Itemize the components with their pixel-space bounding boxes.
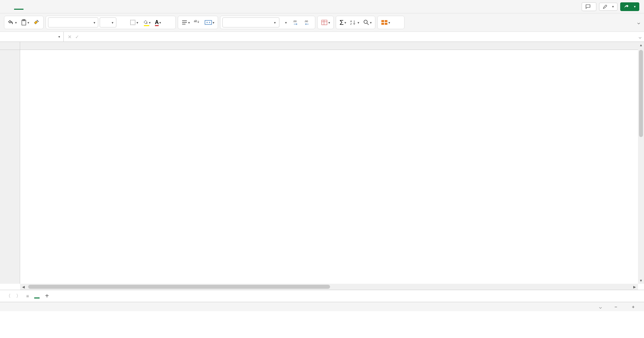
chevron-down-icon: ▾ — [328, 21, 330, 24]
status-menu-icon[interactable]: ⌵ — [599, 304, 602, 310]
align-button[interactable]: ▾ — [180, 17, 191, 27]
formula-bar: ▾ ✕ ✓ ⌵ — [0, 32, 644, 42]
chevron-down-icon: ▾ — [634, 5, 636, 8]
search-icon — [363, 19, 369, 25]
tab-inserir[interactable] — [23, 4, 33, 9]
table-style-icon — [321, 19, 328, 25]
comments-button[interactable] — [582, 2, 596, 11]
tab-exibir[interactable] — [80, 4, 89, 9]
tab-inicio[interactable] — [14, 3, 23, 10]
cells-icon — [381, 20, 388, 25]
chevron-down-icon: ▾ — [28, 21, 29, 24]
svg-rect-4 — [205, 20, 212, 24]
chevron-down-icon: ▾ — [58, 35, 60, 39]
select-all-corner[interactable] — [0, 42, 20, 50]
fill-color-button[interactable]: ▾ — [141, 17, 152, 27]
borders-button[interactable]: ▾ — [128, 17, 140, 27]
insert-cells-button[interactable]: ▾ — [380, 17, 391, 27]
editing-group: Σ▾ AZ ▾ ▾ — [336, 16, 375, 29]
font-name-select[interactable]: ▾ — [48, 17, 98, 27]
svg-rect-2 — [130, 20, 135, 25]
horizontal-scroll-thumb[interactable] — [28, 285, 330, 289]
svg-rect-11 — [381, 20, 384, 22]
zoom-in-button[interactable]: + — [630, 303, 637, 310]
number-group: ▾ ▾ .00 .00 — [220, 16, 315, 29]
pencil-icon — [603, 4, 607, 9]
decrease-decimal-button[interactable]: .00 — [303, 17, 313, 27]
number-format-select[interactable]: ▾ — [222, 17, 279, 27]
undo-clipboard-group: ▾ ▾ — [4, 16, 44, 29]
more-editing-button[interactable] — [393, 17, 402, 27]
formula-input[interactable] — [87, 32, 636, 42]
chevron-down-icon: ▾ — [94, 21, 95, 24]
menu-tabs: ▾ ▾ — [0, 0, 644, 13]
sort-filter-button[interactable]: AZ ▾ — [349, 17, 361, 27]
sheet-next-button[interactable]: 〉 — [16, 293, 21, 299]
zoom-out-button[interactable]: − — [612, 303, 619, 310]
scroll-down-icon[interactable]: ▼ — [638, 279, 644, 282]
vertical-scroll-thumb[interactable] — [639, 50, 643, 137]
horizontal-scrollbar[interactable]: ◀ ▶ — [20, 284, 638, 290]
tab-dados[interactable] — [61, 4, 70, 9]
vertical-scrollbar[interactable]: ▲ ▼ — [638, 42, 644, 284]
tab-compartilhar[interactable] — [33, 4, 42, 9]
tab-ajuda[interactable] — [89, 4, 99, 9]
increase-decimal-button[interactable]: .00 — [291, 17, 302, 27]
accept-formula-icon[interactable]: ✓ — [75, 34, 79, 40]
bold-button[interactable] — [118, 17, 127, 27]
chevron-down-icon: ▾ — [388, 21, 390, 24]
name-box[interactable]: ▾ — [0, 32, 64, 42]
paintbrush-icon — [33, 19, 40, 25]
share-button[interactable]: ▾ — [620, 2, 639, 11]
autosum-button[interactable]: Σ▾ — [338, 17, 347, 27]
column-headers — [20, 42, 638, 50]
svg-rect-14 — [385, 23, 387, 25]
collapse-ribbon-button[interactable]: ⌵ — [637, 20, 640, 25]
more-font-button[interactable] — [164, 17, 173, 27]
tab-revisao[interactable] — [70, 4, 80, 9]
align-icon — [181, 20, 187, 25]
sort-icon: AZ — [350, 19, 357, 25]
tab-layout[interactable] — [42, 4, 52, 9]
conditional-format-button[interactable]: ▾ — [320, 17, 331, 27]
undo-button[interactable]: ▾ — [6, 17, 18, 27]
font-color-a: A — [155, 19, 159, 25]
svg-text:Z: Z — [350, 22, 352, 25]
tab-arquivo[interactable] — [5, 4, 14, 9]
currency-button[interactable]: ▾ — [281, 17, 290, 27]
all-sheets-button[interactable]: ≡ — [26, 293, 29, 299]
sheet-tab-active[interactable] — [34, 293, 40, 298]
scroll-up-icon[interactable]: ▲ — [638, 43, 644, 47]
undo-icon — [8, 19, 14, 26]
font-size-select[interactable]: ▾ — [100, 17, 116, 27]
svg-rect-13 — [381, 23, 384, 25]
sheet-tab-bar: 〈 〉 ≡ + — [0, 290, 644, 302]
find-button[interactable]: ▾ — [362, 17, 373, 27]
chevron-down-icon: ▾ — [15, 21, 17, 24]
comment-icon — [585, 4, 591, 9]
clipboard-icon — [21, 19, 27, 26]
expand-formula-bar-button[interactable]: ⌵ — [636, 34, 644, 40]
wrap-text-button[interactable]: ab — [193, 17, 202, 27]
editing-mode-button[interactable]: ▾ — [599, 3, 618, 11]
svg-rect-7 — [322, 20, 327, 25]
row-headers — [0, 50, 20, 284]
font-color-button[interactable]: A ▾ — [153, 17, 163, 27]
new-sheet-button[interactable]: + — [45, 292, 49, 300]
tab-desenhar[interactable] — [99, 4, 108, 9]
ribbon: ▾ ▾ ▾ ▾ ▾ ▾ A ▾ — [0, 13, 644, 32]
scroll-left-icon[interactable]: ◀ — [22, 284, 25, 290]
chevron-down-icon: ▾ — [358, 21, 359, 24]
increase-decimal-icon: .00 — [293, 19, 300, 25]
tab-formulas[interactable] — [52, 4, 61, 9]
sheet-prev-button[interactable]: 〈 — [6, 293, 11, 299]
chevron-down-icon: ▾ — [159, 21, 161, 24]
paste-button[interactable]: ▾ — [19, 17, 31, 27]
merge-button[interactable]: ▾ — [203, 17, 216, 27]
scroll-right-icon[interactable]: ▶ — [633, 284, 636, 290]
cancel-formula-icon[interactable]: ✕ — [68, 34, 72, 40]
chevron-down-icon: ▾ — [344, 21, 346, 24]
decrease-decimal-icon: .00 — [304, 19, 312, 25]
format-painter-button[interactable] — [32, 17, 41, 27]
cells-area[interactable] — [20, 50, 638, 284]
